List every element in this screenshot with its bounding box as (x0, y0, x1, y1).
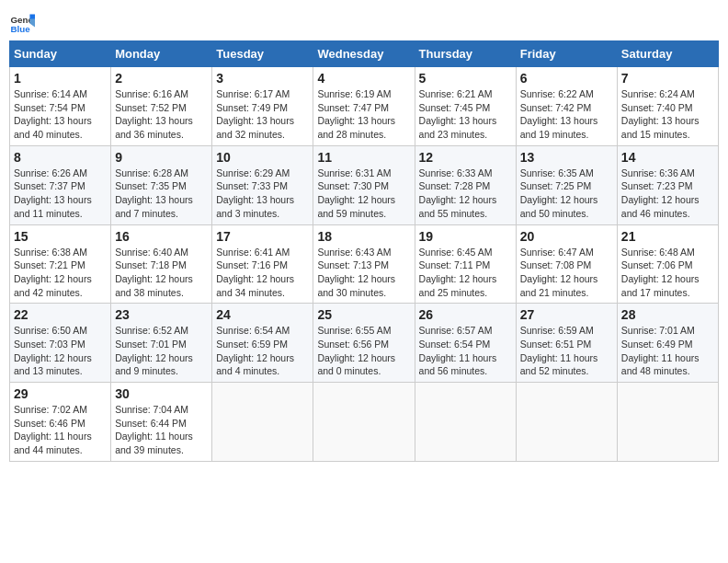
day-number: 4 (317, 71, 410, 86)
day-number: 17 (216, 229, 309, 244)
calendar-cell: 11 Sunrise: 6:31 AMSunset: 7:30 PMDaylig… (313, 145, 415, 224)
day-detail: Sunrise: 6:40 AMSunset: 7:18 PMDaylight:… (115, 247, 193, 298)
week-row-4: 22 Sunrise: 6:50 AMSunset: 7:03 PMDaylig… (10, 304, 719, 383)
calendar-cell (617, 383, 718, 462)
calendar-cell: 10 Sunrise: 6:29 AMSunset: 7:33 PMDaylig… (212, 145, 313, 224)
day-detail: Sunrise: 6:22 AMSunset: 7:42 PMDaylight:… (520, 88, 598, 140)
calendar-cell: 20 Sunrise: 6:47 AMSunset: 7:08 PMDaylig… (516, 224, 617, 304)
day-detail: Sunrise: 6:50 AMSunset: 7:03 PMDaylight:… (14, 325, 92, 376)
col-header-thursday: Thursday (415, 41, 516, 67)
calendar-cell: 30 Sunrise: 7:04 AMSunset: 6:44 PMDaylig… (111, 383, 212, 462)
day-detail: Sunrise: 6:19 AMSunset: 7:47 PMDaylight:… (317, 88, 395, 140)
calendar-cell: 1 Sunrise: 6:14 AMSunset: 7:54 PMDayligh… (10, 67, 111, 146)
calendar-header: SundayMondayTuesdayWednesdayThursdayFrid… (10, 41, 719, 67)
page-header: General Blue (9, 9, 719, 35)
day-detail: Sunrise: 6:29 AMSunset: 7:33 PMDaylight:… (216, 167, 294, 219)
week-row-2: 8 Sunrise: 6:26 AMSunset: 7:37 PMDayligh… (10, 145, 719, 224)
day-detail: Sunrise: 6:26 AMSunset: 7:37 PMDaylight:… (14, 167, 92, 219)
day-number: 2 (115, 71, 208, 86)
day-detail: Sunrise: 6:24 AMSunset: 7:40 PMDaylight:… (621, 88, 700, 140)
day-detail: Sunrise: 6:38 AMSunset: 7:21 PMDaylight:… (14, 247, 92, 298)
logo: General Blue (9, 9, 35, 35)
col-header-sunday: Sunday (10, 41, 111, 67)
calendar-cell: 4 Sunrise: 6:19 AMSunset: 7:47 PMDayligh… (313, 67, 415, 146)
day-detail: Sunrise: 6:16 AMSunset: 7:52 PMDaylight:… (115, 88, 193, 140)
calendar-cell: 2 Sunrise: 6:16 AMSunset: 7:52 PMDayligh… (111, 67, 212, 146)
day-number: 25 (317, 307, 410, 322)
calendar-cell: 13 Sunrise: 6:35 AMSunset: 7:25 PMDaylig… (516, 145, 617, 224)
day-number: 7 (621, 71, 714, 86)
day-number: 18 (317, 229, 410, 244)
calendar-cell: 29 Sunrise: 7:02 AMSunset: 6:46 PMDaylig… (10, 383, 111, 462)
day-detail: Sunrise: 6:35 AMSunset: 7:25 PMDaylight:… (520, 167, 598, 219)
calendar-cell: 17 Sunrise: 6:41 AMSunset: 7:16 PMDaylig… (212, 224, 313, 304)
calendar-cell: 8 Sunrise: 6:26 AMSunset: 7:37 PMDayligh… (10, 145, 111, 224)
week-row-5: 29 Sunrise: 7:02 AMSunset: 6:46 PMDaylig… (10, 383, 719, 462)
svg-marker-3 (29, 19, 35, 28)
calendar-cell: 9 Sunrise: 6:28 AMSunset: 7:35 PMDayligh… (111, 145, 212, 224)
day-number: 15 (14, 229, 107, 244)
day-number: 29 (14, 386, 107, 401)
day-number: 13 (520, 150, 613, 165)
day-number: 12 (419, 150, 512, 165)
calendar-cell: 24 Sunrise: 6:54 AMSunset: 6:59 PMDaylig… (212, 304, 313, 383)
calendar-cell (212, 383, 313, 462)
day-number: 9 (115, 150, 208, 165)
calendar-cell: 26 Sunrise: 6:57 AMSunset: 6:54 PMDaylig… (415, 304, 516, 383)
calendar-cell: 27 Sunrise: 6:59 AMSunset: 6:51 PMDaylig… (516, 304, 617, 383)
calendar-cell (313, 383, 415, 462)
day-number: 27 (520, 307, 613, 322)
day-number: 14 (621, 150, 714, 165)
day-number: 24 (216, 307, 309, 322)
calendar-cell: 23 Sunrise: 6:52 AMSunset: 7:01 PMDaylig… (111, 304, 212, 383)
day-detail: Sunrise: 6:31 AMSunset: 7:30 PMDaylight:… (317, 167, 395, 219)
day-detail: Sunrise: 6:14 AMSunset: 7:54 PMDaylight:… (14, 88, 92, 140)
day-detail: Sunrise: 6:41 AMSunset: 7:16 PMDaylight:… (216, 247, 294, 298)
col-header-saturday: Saturday (617, 41, 718, 67)
week-row-1: 1 Sunrise: 6:14 AMSunset: 7:54 PMDayligh… (10, 67, 719, 146)
day-detail: Sunrise: 6:59 AMSunset: 6:51 PMDaylight:… (520, 325, 598, 376)
svg-text:Blue: Blue (10, 24, 30, 34)
calendar-cell: 7 Sunrise: 6:24 AMSunset: 7:40 PMDayligh… (617, 67, 718, 146)
day-number: 11 (317, 150, 410, 165)
calendar-cell: 5 Sunrise: 6:21 AMSunset: 7:45 PMDayligh… (415, 67, 516, 146)
day-number: 23 (115, 307, 208, 322)
day-detail: Sunrise: 6:28 AMSunset: 7:35 PMDaylight:… (115, 167, 193, 219)
day-detail: Sunrise: 6:52 AMSunset: 7:01 PMDaylight:… (115, 325, 193, 376)
day-detail: Sunrise: 7:01 AMSunset: 6:49 PMDaylight:… (621, 325, 700, 376)
day-number: 8 (14, 150, 107, 165)
col-header-wednesday: Wednesday (313, 41, 415, 67)
day-number: 30 (115, 386, 208, 401)
calendar-cell (415, 383, 516, 462)
calendar-cell: 3 Sunrise: 6:17 AMSunset: 7:49 PMDayligh… (212, 67, 313, 146)
day-number: 26 (419, 307, 512, 322)
calendar-cell: 18 Sunrise: 6:43 AMSunset: 7:13 PMDaylig… (313, 224, 415, 304)
calendar-cell: 22 Sunrise: 6:50 AMSunset: 7:03 PMDaylig… (10, 304, 111, 383)
day-detail: Sunrise: 6:17 AMSunset: 7:49 PMDaylight:… (216, 88, 294, 140)
calendar-table: SundayMondayTuesdayWednesdayThursdayFrid… (9, 40, 719, 462)
day-detail: Sunrise: 6:54 AMSunset: 6:59 PMDaylight:… (216, 325, 294, 376)
logo-icon: General Blue (9, 9, 35, 35)
day-number: 28 (621, 307, 714, 322)
day-detail: Sunrise: 6:48 AMSunset: 7:06 PMDaylight:… (621, 247, 700, 298)
calendar-cell: 6 Sunrise: 6:22 AMSunset: 7:42 PMDayligh… (516, 67, 617, 146)
day-detail: Sunrise: 6:33 AMSunset: 7:28 PMDaylight:… (419, 167, 497, 219)
calendar-cell: 19 Sunrise: 6:45 AMSunset: 7:11 PMDaylig… (415, 224, 516, 304)
calendar-cell: 15 Sunrise: 6:38 AMSunset: 7:21 PMDaylig… (10, 224, 111, 304)
day-number: 3 (216, 71, 309, 86)
day-number: 6 (520, 71, 613, 86)
day-detail: Sunrise: 7:04 AMSunset: 6:44 PMDaylight:… (115, 404, 193, 455)
day-number: 21 (621, 229, 714, 244)
day-detail: Sunrise: 6:55 AMSunset: 6:56 PMDaylight:… (317, 325, 395, 376)
day-number: 5 (419, 71, 512, 86)
calendar-cell: 25 Sunrise: 6:55 AMSunset: 6:56 PMDaylig… (313, 304, 415, 383)
day-number: 16 (115, 229, 208, 244)
day-number: 20 (520, 229, 613, 244)
day-detail: Sunrise: 6:21 AMSunset: 7:45 PMDaylight:… (419, 88, 497, 140)
col-header-friday: Friday (516, 41, 617, 67)
col-header-monday: Monday (111, 41, 212, 67)
day-number: 10 (216, 150, 309, 165)
day-detail: Sunrise: 6:47 AMSunset: 7:08 PMDaylight:… (520, 247, 598, 298)
calendar-cell: 12 Sunrise: 6:33 AMSunset: 7:28 PMDaylig… (415, 145, 516, 224)
week-row-3: 15 Sunrise: 6:38 AMSunset: 7:21 PMDaylig… (10, 224, 719, 304)
